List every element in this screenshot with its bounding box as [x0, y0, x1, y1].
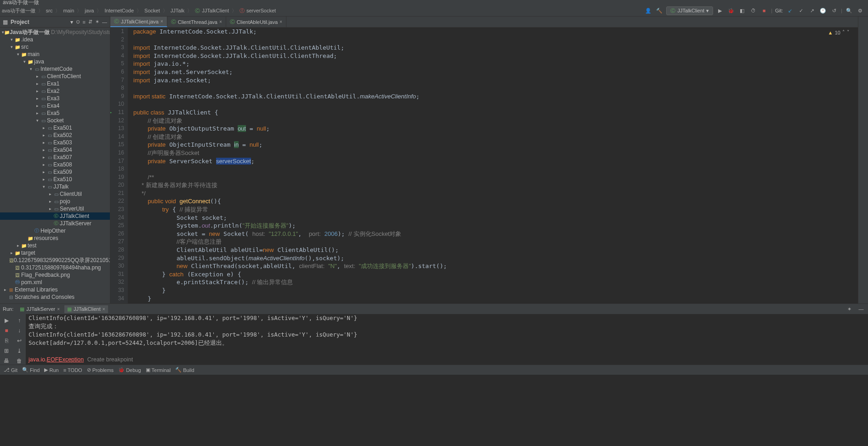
close-icon[interactable]: ×: [103, 307, 105, 312]
scroll-button[interactable]: ⤓: [15, 347, 23, 355]
wrap-button[interactable]: ↩: [15, 337, 23, 344]
close-icon[interactable]: ×: [280, 19, 282, 24]
code-content[interactable]: package InternetCode.Socket.JJTalk; impo…: [128, 28, 858, 303]
tree-row[interactable]: ▸▭Exa2: [0, 87, 110, 95]
status-build[interactable]: 🔨 Build: [175, 367, 194, 373]
user-icon[interactable]: 👤: [644, 6, 652, 15]
tree-row[interactable]: ▾📁java: [0, 58, 110, 65]
tree-row[interactable]: ▾📁src: [0, 43, 110, 51]
chevron-down-icon[interactable]: ˅: [847, 29, 850, 35]
run-tab[interactable]: ▦JJTalkClient×: [64, 305, 108, 313]
tree-row[interactable]: ▸▭ClientToClient: [0, 73, 110, 80]
print-button[interactable]: 🖶: [2, 357, 11, 365]
tree-row[interactable]: ▸▭Exa502: [0, 132, 110, 139]
bc-item[interactable]: java: [85, 8, 94, 13]
bc-item[interactable]: InternetCode: [104, 8, 134, 13]
status-git[interactable]: ⎇ Git: [4, 367, 17, 373]
tree-row[interactable]: ▸▭Exa504: [0, 146, 110, 154]
status-find[interactable]: 🔍 Find: [22, 367, 40, 373]
tree-row[interactable]: ▸▭Exa509: [0, 168, 110, 176]
layout-button[interactable]: ⊞: [2, 347, 11, 355]
tree-row[interactable]: ▸▭Exa501: [0, 124, 110, 132]
run-settings-icon[interactable]: ✶: [845, 305, 853, 313]
git-push-icon[interactable]: ↗: [808, 6, 816, 15]
run-config-selector[interactable]: Ⓒ JJTalkClient ▾: [666, 6, 713, 15]
bc-item[interactable]: ava动手做一做: [2, 7, 35, 14]
close-icon[interactable]: ×: [219, 19, 222, 24]
status-problems[interactable]: ⊘ Problems: [87, 367, 114, 373]
stop-button[interactable]: ■: [760, 6, 768, 15]
project-tree[interactable]: ▾📁 Java动手做一做 D:\MyReposity\Study\study ▾…: [0, 28, 110, 303]
line-gutter[interactable]: 1 2 3 4 5 6 7 8 9 10 ▶11 12 13 14 15 16 …: [110, 28, 128, 303]
run-tab[interactable]: ▦JJTalkServer×: [17, 305, 63, 313]
tree-row[interactable]: ▸▭ClientUtil: [0, 190, 110, 198]
status-run[interactable]: ▶ Run: [44, 367, 58, 373]
tree-row[interactable]: ▸📁target: [0, 249, 110, 257]
select-file-icon[interactable]: ⊙: [76, 19, 80, 25]
tree-row[interactable]: ▸▭Exa1: [0, 80, 110, 87]
stop-run-button[interactable]: ■: [2, 327, 11, 334]
run-button[interactable]: ▶: [716, 6, 724, 15]
tree-row[interactable]: ⓜpom.xml: [0, 279, 110, 286]
code-area[interactable]: 1 2 3 4 5 6 7 8 9 10 ▶11 12 13 14 15 16 …: [110, 28, 858, 303]
tree-row[interactable]: ▸▭ServerUtil: [0, 205, 110, 212]
down-button[interactable]: ↓: [15, 327, 23, 334]
tree-root[interactable]: ▾📁 Java动手做一做 D:\MyReposity\Study\study: [0, 29, 110, 36]
up-button[interactable]: ↑: [15, 317, 23, 324]
editor-tab[interactable]: ⒸClientThread.java×: [167, 17, 226, 27]
clear-button[interactable]: 🗑: [15, 357, 23, 365]
editor-tab[interactable]: ⒸJJTalkClient.java×: [110, 17, 167, 27]
console-output[interactable]: ClientInfo{clientId='1636286760898', ip=…: [26, 314, 868, 365]
tree-row[interactable]: ▾📁main: [0, 51, 110, 58]
status-todo[interactable]: ≡ TODO: [63, 367, 82, 373]
close-icon[interactable]: ×: [57, 307, 60, 312]
bc-item[interactable]: JJTalk: [171, 8, 185, 13]
git-commit-icon[interactable]: ✓: [797, 6, 805, 15]
tree-row[interactable]: 🖼Flag_Feedback.png: [0, 271, 110, 279]
tree-row[interactable]: ▸▭Exa508: [0, 161, 110, 168]
tree-row[interactable]: ▸▭Exa503: [0, 139, 110, 146]
tree-row[interactable]: ▸▭Exa3: [0, 95, 110, 102]
editor-tab[interactable]: ⒸClientAbleUtil.java×: [226, 17, 286, 27]
chevron-up-icon[interactable]: ˄: [842, 29, 845, 35]
tree-row[interactable]: ▸▭pojo: [0, 198, 110, 205]
git-history-icon[interactable]: 🕐: [819, 6, 827, 15]
status-debug[interactable]: 🐞 Debug: [118, 367, 141, 373]
search-icon[interactable]: 🔍: [845, 6, 853, 15]
bc-item[interactable]: main: [63, 8, 74, 13]
close-icon[interactable]: ×: [160, 19, 163, 24]
tree-row[interactable]: ▸▭Exa507: [0, 154, 110, 161]
profile-button[interactable]: ⏱: [749, 6, 757, 15]
git-update-icon[interactable]: ↙: [786, 6, 794, 15]
tree-row[interactable]: ⊟Scratches and Consoles: [0, 293, 110, 301]
run-hide-icon[interactable]: —: [857, 305, 865, 313]
tree-row[interactable]: ▾📁.idea: [0, 36, 110, 43]
rerun-button[interactable]: ▶: [2, 317, 11, 324]
bc-item[interactable]: Socket: [144, 8, 160, 13]
tree-row[interactable]: ▾▭JJTalk: [0, 183, 110, 190]
bc-item[interactable]: JJTalkClient: [202, 8, 229, 13]
settings-icon[interactable]: ⚙: [856, 6, 864, 15]
tree-row[interactable]: ▾▭Socket: [0, 117, 110, 124]
collapse-icon[interactable]: ⇵: [88, 19, 92, 25]
gear-icon[interactable]: ✶: [95, 19, 99, 25]
chevron-down-icon[interactable]: ▾: [70, 19, 73, 25]
tree-row[interactable]: ▸▭Exa510: [0, 176, 110, 183]
coverage-button[interactable]: ◧: [738, 6, 746, 15]
tree-row[interactable]: ▸▭Exa4: [0, 102, 110, 109]
git-rollback-icon[interactable]: ↺: [830, 6, 838, 15]
inspection-widget[interactable]: ▲ 10 ˄ ˅: [828, 29, 850, 35]
status-terminal[interactable]: ▣ Terminal: [146, 367, 171, 373]
tree-row[interactable]: 🖼0.12267598325990225QQ录屏202105160: [0, 257, 110, 264]
tree-row[interactable]: ▸⊞External Libraries: [0, 286, 110, 293]
tree-row[interactable]: ▸▭Exa5: [0, 109, 110, 117]
tree-row[interactable]: ⒾHelpOther: [0, 227, 110, 234]
build-icon[interactable]: 🔨: [655, 6, 663, 15]
bc-item[interactable]: serverSocket: [246, 8, 276, 13]
tree-row[interactable]: ▸📁test: [0, 242, 110, 249]
bc-item[interactable]: src: [46, 8, 53, 13]
exit-button[interactable]: ⎘: [2, 337, 11, 344]
tree-row[interactable]: ⒸJJTalkServer: [0, 220, 110, 227]
expand-all-icon[interactable]: ≡: [83, 19, 86, 25]
hide-icon[interactable]: —: [102, 19, 107, 25]
